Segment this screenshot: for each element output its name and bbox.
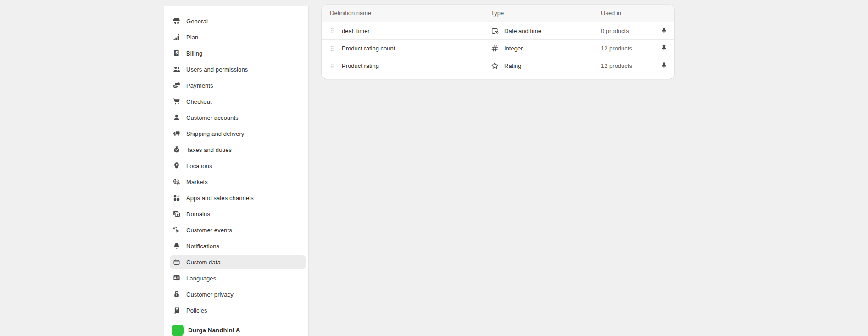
custom-data-icon [172, 258, 180, 266]
sidebar-item-customer-accounts[interactable]: Customer accounts [170, 111, 306, 124]
definition-row-product-rating-count[interactable]: Product rating countInteger12 products [322, 39, 674, 57]
used-in-count: 12 products [601, 45, 660, 52]
sidebar-item-plan[interactable]: Plan [170, 30, 306, 44]
sidebar-item-notifications[interactable]: Notifications [170, 239, 306, 253]
sidebar-item-label: Customer accounts [186, 114, 239, 121]
calendar-clock-icon [491, 27, 499, 35]
definition-row-product-rating[interactable]: Product ratingRating12 products [322, 57, 674, 74]
svg-text:A: A [174, 276, 177, 280]
cart-icon [172, 98, 180, 106]
avatar [172, 325, 184, 336]
sidebar-item-label: Payments [186, 82, 213, 89]
table-body: deal_timerDate and time0 productsProduct… [322, 22, 674, 74]
drag-handle-icon[interactable] [330, 28, 342, 34]
sidebar-item-label: Customer privacy [186, 291, 234, 298]
sidebar-item-label: Domains [186, 211, 210, 218]
sidebar-item-label: Checkout [186, 98, 212, 105]
used-in-count: 0 products [601, 28, 660, 34]
table-header-row: Definition name Type Used in [322, 5, 674, 22]
definition-name: Product rating count [342, 45, 491, 52]
sidebar-item-label: Locations [186, 162, 212, 169]
definition-row-deal-timer[interactable]: deal_timerDate and time0 products [322, 22, 674, 39]
sidebar-item-label: Policies [186, 307, 207, 314]
billing-icon: $ [172, 50, 180, 57]
definition-type-label: Rating [504, 62, 522, 69]
users-icon [172, 66, 180, 73]
sidebar-item-domains[interactable]: Domains [170, 207, 306, 221]
plan-icon [172, 34, 180, 41]
sidebar-item-taxes-and-duties[interactable]: Taxes and duties [170, 143, 306, 157]
column-header-definition-name: Definition name [322, 10, 491, 17]
lock-icon [172, 291, 180, 298]
sidebar-item-locations[interactable]: Locations [170, 159, 306, 173]
bell-icon [172, 242, 180, 250]
sidebar-item-label: Billing [186, 50, 202, 57]
pin-icon[interactable] [660, 27, 674, 35]
sidebar-item-apps-and-sales-channels[interactable]: Apps and sales channels [170, 191, 306, 205]
svg-text:$: $ [177, 182, 179, 185]
sidebar-item-general[interactable]: General [170, 14, 306, 28]
column-header-used-in: Used in [601, 10, 674, 17]
settings-nav-list: GeneralPlan$BillingUsers and permissions… [164, 6, 308, 318]
sidebar-item-checkout[interactable]: Checkout [170, 95, 306, 108]
domains-icon [172, 210, 180, 218]
sidebar-item-label: Shipping and delivery [186, 130, 244, 137]
definition-type: Date and time [491, 27, 601, 35]
sidebar-item-customer-privacy[interactable]: Customer privacy [170, 287, 306, 301]
sidebar-item-billing[interactable]: $Billing [170, 46, 306, 60]
truck-icon [172, 130, 180, 138]
drag-handle-icon[interactable] [330, 63, 342, 69]
cursor-click-icon [172, 226, 180, 234]
used-in-count: 12 products [601, 62, 660, 69]
definition-name: Product rating [342, 62, 491, 69]
pin-icon[interactable] [660, 45, 674, 52]
sidebar-item-custom-data[interactable]: Custom data [170, 255, 306, 269]
sidebar-item-markets[interactable]: $Markets [170, 175, 306, 189]
column-header-type: Type [491, 10, 601, 17]
apps-icon [172, 194, 180, 202]
sidebar-item-label: Plan [186, 34, 198, 41]
definition-type-label: Date and time [504, 28, 541, 34]
account-name: Durga Nandhini A [188, 327, 240, 334]
sidebar-item-policies[interactable]: Policies [170, 303, 306, 317]
hash-icon [491, 45, 499, 52]
sidebar-item-users-and-permissions[interactable]: Users and permissions [170, 62, 306, 76]
definition-type: Integer [491, 45, 601, 52]
sidebar-item-shipping-and-delivery[interactable]: Shipping and delivery [170, 127, 306, 140]
sidebar-item-languages[interactable]: ALanguages [170, 271, 306, 285]
tax-bag-icon [172, 146, 180, 154]
definition-name: deal_timer [342, 28, 491, 34]
account-menu-item[interactable]: Durga Nandhini A [164, 318, 308, 336]
star-icon [491, 62, 499, 70]
sidebar-item-customer-events[interactable]: Customer events [170, 223, 306, 237]
globe-dollar-icon: $ [172, 178, 180, 186]
settings-sidebar: GeneralPlan$BillingUsers and permissions… [164, 6, 309, 336]
languages-icon: A [172, 274, 180, 282]
definition-type-label: Integer [504, 45, 523, 52]
sidebar-item-label: Languages [186, 275, 216, 282]
location-pin-icon [172, 162, 180, 170]
payments-icon [172, 82, 180, 90]
sidebar-item-label: Notifications [186, 243, 219, 250]
person-icon [172, 114, 180, 122]
sidebar-item-label: Users and permissions [186, 66, 248, 73]
metafield-definitions-card: Definition name Type Used in deal_timerD… [322, 5, 674, 79]
sidebar-item-payments[interactable]: Payments [170, 78, 306, 92]
pin-icon[interactable] [660, 62, 674, 70]
definition-type: Rating [491, 62, 601, 70]
sidebar-item-label: Customer events [186, 227, 232, 234]
sidebar-item-label: Taxes and duties [186, 146, 232, 153]
sidebar-item-label: General [186, 18, 208, 25]
sidebar-item-label: Markets [186, 179, 208, 185]
sidebar-item-label: Apps and sales channels [186, 195, 254, 202]
drag-handle-icon[interactable] [330, 45, 342, 52]
policies-icon [172, 307, 180, 314]
storefront-icon [172, 17, 180, 25]
svg-text:$: $ [175, 50, 178, 55]
sidebar-item-label: Custom data [186, 259, 221, 266]
